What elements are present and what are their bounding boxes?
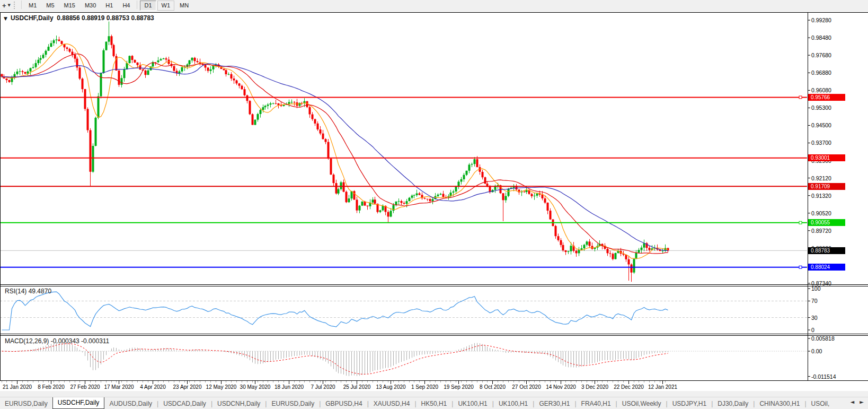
date-label: 27 Feb 2020 (70, 384, 100, 390)
chart-tab-uk100-h1[interactable]: UK100,H1 (494, 398, 533, 409)
chart-tab-usdjpy-h1[interactable]: USDJPY,H1 (668, 398, 711, 409)
date-label: 27 Oct 2020 (512, 384, 541, 390)
price-tick-label: 0.96880 (811, 69, 831, 76)
chart-tab-usdcad-daily[interactable]: USDCAD,Daily (158, 398, 211, 409)
candles-layer (1, 22, 669, 282)
date-label: 12 May 2020 (206, 384, 237, 390)
date-label: 17 Mar 2020 (104, 384, 134, 390)
date-label: 21 Jan 2020 (3, 384, 32, 390)
chart-tab-eurusd-daily[interactable]: EURUSD,Daily (267, 398, 319, 409)
chart-tab-china300-h1[interactable]: CHINA300,H1 (755, 398, 804, 409)
level-price-label[interactable]: 0.95766 (808, 94, 845, 101)
bid-price-label[interactable]: 0.88783 (808, 247, 845, 254)
macd-histogram (2, 342, 668, 376)
price-tick-label: 0.92120 (811, 175, 831, 181)
date-label: 1 Sep 2020 (411, 384, 438, 390)
symbol-tab-bar: EURUSD,DailyUSDCHF,DailyAUDUSD,Daily|USD… (0, 397, 868, 409)
macd-tick-label: 0.005818 (811, 335, 835, 342)
price-tick-label: 0.97680 (811, 52, 831, 58)
rsi-indicator-title: RSI(14) 49.4870 (5, 288, 51, 295)
date-label: 22 Dec 2020 (614, 384, 644, 390)
date-label: 13 Aug 2020 (376, 384, 405, 390)
macd-tick-label: -0.011514 (811, 373, 836, 380)
app-window: + ▼ M1M5M15M30H1H4D1W1MN ▼USDCHF,Daily 0… (0, 0, 868, 409)
macd-indicator-title: MACD(12,26,9) -0.000343 -0.000311 (5, 337, 109, 345)
rsi-tick-label: 70 (811, 298, 818, 304)
date-label: 14 Nov 2020 (546, 384, 576, 390)
chart-tab-hk50-h1[interactable]: HK50,H1 (417, 398, 452, 409)
date-label: 8 Feb 2020 (38, 384, 65, 390)
date-label: 30 May 2020 (240, 384, 271, 390)
level-price-label[interactable]: 0.90055 (808, 219, 845, 226)
price-tick-label: 0.94500 (811, 122, 831, 128)
date-label: 8 Oct 2020 (480, 384, 506, 390)
price-tick-label: 0.93700 (811, 140, 831, 146)
tab-scroll-right-icon[interactable]: ► (860, 399, 864, 405)
chart-tab-dj30-daily[interactable]: DJ30,Daily (713, 398, 753, 409)
chart-tab-gbpusd-h4[interactable]: GBPUSD,H4 (321, 398, 367, 409)
collapse-triangle-icon[interactable]: ▼ (4, 16, 7, 21)
price-tick-label: 0.96080 (811, 87, 831, 93)
date-label: 25 Jul 2020 (343, 384, 371, 390)
chart-canvas[interactable] (0, 0, 868, 409)
chart-tab-usoil-[interactable]: USOil, (807, 398, 835, 409)
date-label: 12 Jan 2021 (648, 384, 677, 390)
tab-scroll-left-icon[interactable]: ◄ (851, 399, 855, 405)
date-label: 18 Jun 2020 (274, 384, 304, 390)
macd-name: MACD(12,26,9) (5, 337, 49, 345)
price-tick-label: 0.98480 (811, 34, 831, 41)
level-price-label[interactable]: 0.88024 (808, 264, 845, 271)
chart-tab-usdcnh-daily[interactable]: USDCNH,Daily (212, 398, 265, 409)
symbol-period-label: USDCHF,Daily (11, 14, 54, 22)
price-tick-label: 0.91320 (811, 193, 831, 199)
line-handle[interactable] (799, 221, 802, 224)
chart-tab-xauusd-h4[interactable]: XAUUSD,H4 (369, 398, 415, 409)
chart-title: ▼USDCHF,Daily 0.88856 0.88919 0.88753 0.… (4, 14, 154, 22)
date-label: 3 Dec 2020 (581, 384, 608, 390)
level-price-label[interactable]: 0.91709 (808, 183, 845, 190)
macd-signal-line (2, 344, 668, 375)
tab-scroll-arrows: ◄ ► (848, 398, 866, 406)
rsi-tick-label: 0 (811, 327, 814, 333)
chart-tab-audusd-daily[interactable]: AUDUSD,Daily (104, 398, 157, 409)
rsi-tick-label: 30 (811, 315, 818, 321)
chart-tab-usdchf-daily[interactable]: USDCHF,Daily (52, 397, 105, 409)
date-label: 7 Jul 2020 (311, 384, 335, 390)
rsi-name: RSI(14) (5, 288, 26, 295)
macd-current-values: -0.000343 -0.000311 (51, 337, 110, 345)
date-label: 4 Apr 2020 (140, 384, 165, 390)
price-tick-label: 0.99280 (811, 17, 831, 23)
chart-tab-eurusd-daily[interactable]: EURUSD,Daily (0, 398, 52, 409)
date-label: 23 Apr 2020 (173, 384, 202, 390)
price-chart-svg[interactable] (0, 0, 868, 409)
line-handle[interactable] (799, 266, 802, 268)
date-label: 19 Sep 2020 (444, 384, 474, 390)
macd-tick-label: 0.00 (811, 348, 822, 354)
chart-tab-fra40-h1[interactable]: FRA40,H1 (577, 398, 616, 409)
macd-layer (2, 342, 668, 376)
chart-tab-ger30-h1[interactable]: GER30,H1 (534, 398, 574, 409)
rsi-line (2, 292, 668, 330)
chart-tab-uk100-h1[interactable]: UK100,H1 (453, 398, 492, 409)
price-tick-label: 0.90520 (811, 210, 831, 216)
ohlc-values: 0.88856 0.88919 0.88753 0.88783 (57, 14, 154, 22)
price-tick-label: 0.89720 (811, 228, 831, 234)
level-price-label[interactable]: 0.93001 (808, 154, 845, 161)
line-handle[interactable] (799, 96, 802, 99)
price-tick-label: 0.95300 (811, 105, 831, 111)
rsi-tick-label: 100 (811, 285, 821, 292)
chart-tab-usoil-weekly[interactable]: USOil,Weekly (617, 398, 666, 409)
rsi-current-value: 49.4870 (29, 288, 51, 295)
